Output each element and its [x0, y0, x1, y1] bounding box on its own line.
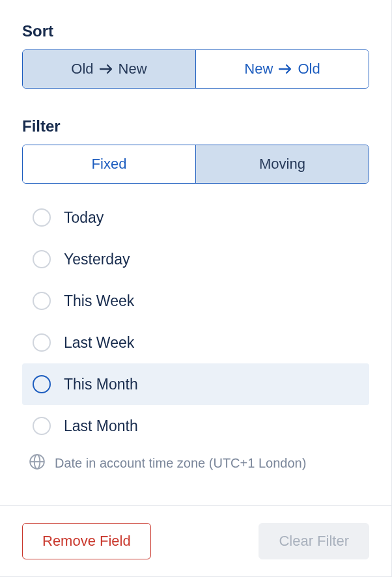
radio-icon	[33, 375, 51, 393]
sort-heading: Sort	[22, 22, 369, 40]
radio-icon	[33, 250, 51, 268]
filter-options-list: Today Yesterday This Week Last Week This…	[22, 197, 369, 447]
timezone-text: Date in account time zone (UTC+1 London)	[55, 456, 306, 471]
radio-icon	[33, 333, 51, 352]
filter-option-this-month[interactable]: This Month	[22, 363, 369, 405]
radio-icon	[33, 208, 51, 227]
filter-option-label: This Month	[64, 376, 138, 393]
filter-option-label: Last Week	[64, 334, 134, 352]
arrow-right-icon	[278, 63, 292, 75]
sort-option-prefix: New	[244, 61, 273, 77]
radio-icon	[33, 417, 51, 435]
filter-option-today[interactable]: Today	[22, 197, 369, 238]
radio-icon	[33, 292, 51, 310]
sort-option-prefix: Old	[71, 61, 93, 77]
filter-tab-fixed[interactable]: Fixed	[23, 145, 195, 183]
sort-old-to-new[interactable]: Old New	[23, 50, 195, 88]
globe-icon	[29, 453, 46, 473]
filter-heading: Filter	[22, 117, 369, 135]
clear-filter-button: Clear Filter	[259, 523, 369, 559]
remove-field-button[interactable]: Remove Field	[22, 523, 151, 559]
filter-option-last-week[interactable]: Last Week	[22, 322, 369, 363]
button-label: Clear Filter	[279, 533, 349, 550]
sort-segmented-control: Old New New Old	[22, 49, 369, 89]
panel-footer: Remove Field Clear Filter	[0, 505, 391, 576]
sort-new-to-old[interactable]: New Old	[195, 50, 369, 88]
filter-option-label: This Week	[64, 292, 134, 310]
sort-option-suffix: New	[119, 61, 147, 77]
button-label: Remove Field	[42, 533, 131, 550]
arrow-right-icon	[99, 63, 113, 75]
sort-option-suffix: Old	[298, 61, 320, 77]
filter-tab-moving[interactable]: Moving	[195, 145, 369, 183]
filter-option-label: Yesterday	[64, 251, 130, 268]
timezone-note: Date in account time zone (UTC+1 London)	[22, 453, 369, 473]
filter-option-label: Last Month	[64, 417, 138, 435]
filter-option-yesterday[interactable]: Yesterday	[22, 238, 369, 280]
filter-option-this-week[interactable]: This Week	[22, 280, 369, 322]
filter-option-label: Today	[64, 209, 104, 227]
filter-option-last-month[interactable]: Last Month	[22, 405, 369, 447]
filter-segmented-control: Fixed Moving	[22, 145, 369, 184]
